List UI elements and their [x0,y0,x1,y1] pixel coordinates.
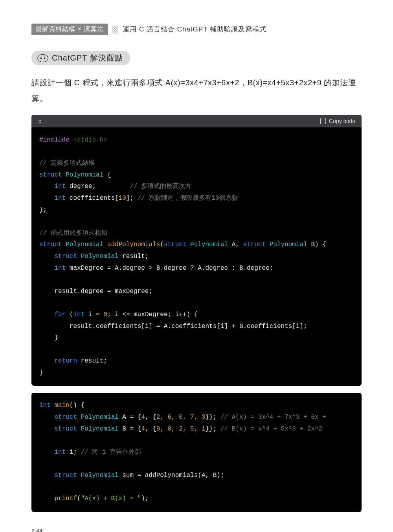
copy-icon [320,118,326,124]
svg-line-4 [40,61,40,61]
copy-code-button[interactable]: Copy code [320,118,355,124]
breadcrumb: 圖解資料結構 × 演算法 運用 C 語言結合 ChatGPT 輔助驗證及寫程式 [31,24,362,35]
svg-point-1 [40,57,42,59]
svg-point-3 [39,61,39,62]
code-lang-label: c [39,118,41,124]
code-header: c Copy code [31,115,362,127]
section-header: ChatGPT 解決觀點 [31,51,362,65]
breadcrumb-separator [112,26,118,33]
svg-point-0 [38,54,48,62]
prompt-text: 請設計一個 C 程式，來進行兩多項式 A(x)=3x4+7x3+6x+2，B(x… [31,75,362,106]
page-number: 2-44 [31,528,362,532]
code-body-1: #include <stdio.h> // 定義多項式結構 struct Pol… [31,127,362,386]
robot-icon [37,53,49,63]
code-body-2: int main() { struct Polynomial A = {4, {… [31,393,362,512]
section-pill: ChatGPT 解決觀點 [31,51,130,65]
breadcrumb-tag: 圖解資料結構 × 演算法 [31,24,108,35]
code-block-1: c Copy code #include <stdio.h> // 定義多項式結… [31,115,362,386]
breadcrumb-text: 運用 C 語言結合 ChatGPT 輔助驗證及寫程式 [123,25,266,34]
copy-label: Copy code [329,118,355,124]
section-title: ChatGPT 解決觀點 [52,53,123,63]
svg-point-2 [44,57,45,59]
section-line [130,58,362,58]
code-block-2: int main() { struct Polynomial A = {4, {… [31,393,362,512]
